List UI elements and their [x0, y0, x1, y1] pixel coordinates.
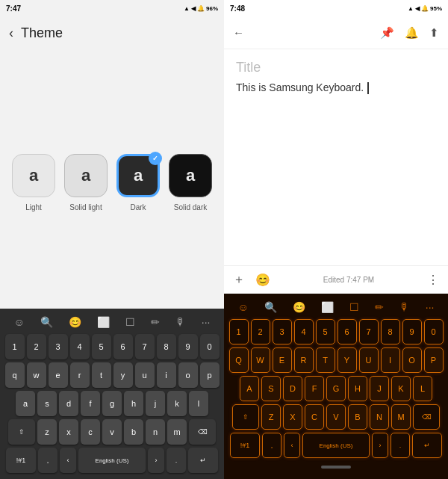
r-key-v[interactable]: V [326, 404, 346, 430]
key-9[interactable]: 9 [178, 334, 198, 359]
r-key-a[interactable]: A [240, 376, 259, 401]
key-r[interactable]: r [70, 362, 90, 388]
r-key-3[interactable]: 3 [273, 319, 292, 344]
key-i[interactable]: i [157, 362, 176, 388]
r-key-u[interactable]: U [359, 347, 379, 373]
r-key-e[interactable]: E [273, 347, 292, 373]
r-key-x[interactable]: X [283, 404, 302, 430]
r-more-icon[interactable]: ··· [423, 300, 438, 315]
key-w[interactable]: w [27, 362, 46, 388]
theme-item-light[interactable]: a Light [12, 154, 55, 211]
more-options-icon[interactable]: ⋮ [427, 273, 439, 287]
r-key-8[interactable]: 8 [381, 319, 400, 344]
back-button[interactable]: ‹ [9, 25, 13, 41]
share-icon[interactable]: ⬆ [429, 26, 439, 40]
key-h[interactable]: h [124, 391, 143, 416]
note-title-placeholder[interactable]: Title [236, 60, 436, 75]
r-key-b[interactable]: B [348, 404, 367, 430]
pin-icon[interactable]: 📌 [380, 26, 394, 40]
theme-item-solid-dark[interactable]: a Solid dark [169, 154, 212, 211]
r-key-5[interactable]: 5 [316, 319, 335, 344]
r-key-t[interactable]: T [316, 347, 335, 373]
key-a[interactable]: a [16, 391, 35, 416]
r-key-enter[interactable]: ↵ [412, 433, 442, 458]
mic-icon[interactable]: 🎙 [172, 315, 189, 330]
key-lang-right[interactable]: › [148, 448, 164, 473]
r-key-lang-left[interactable]: ‹ [284, 433, 300, 458]
key-shift[interactable]: ⇧ [8, 419, 35, 445]
key-c[interactable]: c [81, 419, 100, 445]
key-j[interactable]: j [146, 391, 165, 416]
key-z[interactable]: z [37, 419, 57, 445]
key-x[interactable]: x [59, 419, 78, 445]
r-emoji-icon[interactable]: ☺ [235, 300, 252, 315]
r-clipboard-icon[interactable]: ☐ [346, 300, 362, 315]
r-key-period[interactable]: . [391, 433, 410, 458]
key-l[interactable]: l [189, 391, 208, 416]
r-search-icon[interactable]: 🔍 [261, 300, 280, 315]
key-o[interactable]: o [178, 362, 198, 388]
r-key-f[interactable]: F [305, 376, 324, 401]
search-icon[interactable]: 🔍 [37, 315, 56, 330]
key-lang-left[interactable]: ‹ [60, 448, 76, 473]
r-key-l[interactable]: L [413, 376, 432, 401]
r-key-y[interactable]: Y [337, 347, 357, 373]
theme-swatch-solid-dark[interactable]: a [169, 154, 212, 197]
r-key-i[interactable]: I [381, 347, 400, 373]
key-7[interactable]: 7 [135, 334, 155, 359]
reminder-icon[interactable]: 🔔 [405, 26, 419, 40]
sticker-icon[interactable]: 😊 [255, 273, 270, 287]
gif-icon[interactable]: ⬜ [94, 315, 113, 330]
r-mic-icon[interactable]: 🎙 [396, 300, 413, 315]
r-sticker-icon[interactable]: 😊 [290, 300, 308, 315]
key-q[interactable]: q [5, 362, 25, 388]
r-edit-icon[interactable]: ✏ [372, 300, 387, 315]
theme-swatch-dark[interactable]: a ✓ [116, 154, 160, 197]
r-key-7[interactable]: 7 [359, 319, 379, 344]
r-key-h[interactable]: H [348, 376, 367, 401]
key-p[interactable]: p [200, 362, 220, 388]
key-2[interactable]: 2 [27, 334, 46, 359]
key-y[interactable]: y [113, 362, 133, 388]
key-k[interactable]: k [167, 391, 187, 416]
r-key-shift[interactable]: ⇧ [232, 404, 259, 430]
key-n[interactable]: n [146, 419, 165, 445]
r-key-symbols[interactable]: !#1 [230, 433, 260, 458]
key-symbols[interactable]: !#1 [6, 448, 36, 473]
r-key-2[interactable]: 2 [251, 319, 270, 344]
r-key-9[interactable]: 9 [402, 319, 422, 344]
r-key-lang-right[interactable]: › [372, 433, 388, 458]
key-t[interactable]: t [92, 362, 111, 388]
key-s[interactable]: s [37, 391, 57, 416]
r-key-q[interactable]: Q [229, 347, 249, 373]
note-body[interactable]: This is Samsung Keyboard. [236, 81, 436, 94]
r-key-comma[interactable]: , [262, 433, 281, 458]
key-8[interactable]: 8 [157, 334, 176, 359]
key-comma[interactable]: , [38, 448, 57, 473]
key-d[interactable]: d [59, 391, 78, 416]
r-key-o[interactable]: O [402, 347, 422, 373]
key-5[interactable]: 5 [92, 334, 111, 359]
r-key-backspace[interactable]: ⌫ [413, 404, 440, 430]
r-key-p[interactable]: P [424, 347, 444, 373]
key-1[interactable]: 1 [5, 334, 25, 359]
r-gif-icon[interactable]: ⬜ [318, 300, 337, 315]
key-6[interactable]: 6 [113, 334, 133, 359]
r-key-r[interactable]: R [294, 347, 314, 373]
r-key-1[interactable]: 1 [229, 319, 249, 344]
key-space[interactable]: English (US) [78, 448, 146, 473]
key-e[interactable]: e [49, 362, 68, 388]
r-key-g[interactable]: G [326, 376, 346, 401]
key-enter[interactable]: ↵ [188, 448, 218, 473]
r-key-d[interactable]: D [283, 376, 302, 401]
theme-item-solid-light[interactable]: a Solid light [64, 154, 108, 211]
r-key-c[interactable]: C [305, 404, 324, 430]
r-key-j[interactable]: J [370, 376, 389, 401]
emoji-icon[interactable]: ☺ [11, 315, 28, 330]
key-m[interactable]: m [167, 419, 187, 445]
edit-icon[interactable]: ✏ [148, 315, 163, 330]
key-3[interactable]: 3 [49, 334, 68, 359]
r-key-space[interactable]: English (US) [302, 433, 370, 458]
r-key-n[interactable]: N [370, 404, 389, 430]
r-key-0[interactable]: 0 [424, 319, 444, 344]
